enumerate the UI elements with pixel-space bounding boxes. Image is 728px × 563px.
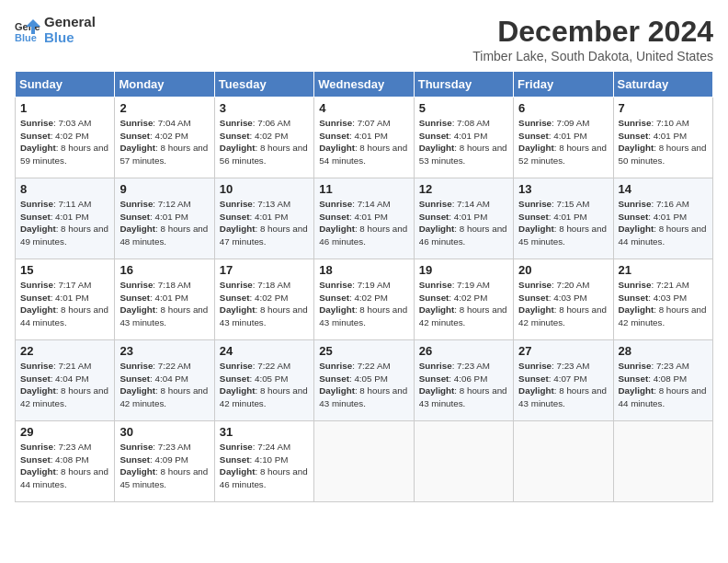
- day-cell: 7Sunrise: 7:10 AMSunset: 4:01 PMDaylight…: [613, 98, 712, 178]
- day-number: 11: [319, 182, 408, 196]
- day-info: Sunrise: 7:23 AMSunset: 4:08 PMDaylight:…: [20, 441, 109, 491]
- day-info: Sunrise: 7:10 AMSunset: 4:01 PMDaylight:…: [619, 117, 708, 167]
- day-info: Sunrise: 7:17 AMSunset: 4:01 PMDaylight:…: [20, 279, 109, 329]
- day-info: Sunrise: 7:07 AMSunset: 4:01 PMDaylight:…: [319, 117, 408, 167]
- day-number: 23: [119, 344, 209, 358]
- day-number: 31: [220, 425, 309, 439]
- day-cell: 30Sunrise: 7:23 AMSunset: 4:09 PMDayligh…: [115, 421, 214, 502]
- day-info: Sunrise: 7:22 AMSunset: 4:04 PMDaylight:…: [119, 360, 209, 410]
- day-cell: 26Sunrise: 7:23 AMSunset: 4:06 PMDayligh…: [414, 340, 513, 421]
- day-cell: 19Sunrise: 7:19 AMSunset: 4:02 PMDayligh…: [414, 259, 513, 340]
- day-of-week-header: Friday: [514, 72, 613, 98]
- day-info: Sunrise: 7:21 AMSunset: 4:03 PMDaylight:…: [619, 279, 708, 329]
- day-cell: 1Sunrise: 7:03 AMSunset: 4:02 PMDaylight…: [16, 98, 115, 178]
- calendar-subtitle: Timber Lake, South Dakota, United States: [472, 49, 713, 63]
- day-number: 20: [518, 263, 608, 277]
- day-cell: 16Sunrise: 7:18 AMSunset: 4:01 PMDayligh…: [115, 259, 214, 340]
- day-info: Sunrise: 7:16 AMSunset: 4:01 PMDaylight:…: [619, 198, 708, 248]
- day-cell: 10Sunrise: 7:13 AMSunset: 4:01 PMDayligh…: [214, 178, 313, 259]
- day-number: 17: [220, 263, 309, 277]
- day-info: Sunrise: 7:18 AMSunset: 4:01 PMDaylight:…: [119, 279, 209, 329]
- day-info: Sunrise: 7:04 AMSunset: 4:02 PMDaylight:…: [119, 117, 209, 167]
- day-number: 19: [419, 263, 508, 277]
- day-number: 27: [518, 344, 608, 358]
- day-number: 2: [119, 101, 209, 115]
- day-number: 26: [419, 344, 508, 358]
- title-area: December 2024 Timber Lake, South Dakota,…: [472, 15, 713, 63]
- day-info: Sunrise: 7:18 AMSunset: 4:02 PMDaylight:…: [220, 279, 309, 329]
- day-info: Sunrise: 7:15 AMSunset: 4:01 PMDaylight:…: [518, 198, 608, 248]
- logo-icon: General Blue: [15, 17, 40, 43]
- day-number: 28: [619, 344, 708, 358]
- day-cell: 11Sunrise: 7:14 AMSunset: 4:01 PMDayligh…: [314, 178, 414, 259]
- day-cell: 8Sunrise: 7:11 AMSunset: 4:01 PMDaylight…: [16, 178, 115, 259]
- calendar-week-row: 15Sunrise: 7:17 AMSunset: 4:01 PMDayligh…: [16, 259, 713, 340]
- logo-line2: Blue: [44, 30, 96, 46]
- day-cell: 4Sunrise: 7:07 AMSunset: 4:01 PMDaylight…: [314, 98, 414, 178]
- day-cell: 17Sunrise: 7:18 AMSunset: 4:02 PMDayligh…: [214, 259, 313, 340]
- empty-day-cell: [314, 421, 414, 502]
- day-info: Sunrise: 7:19 AMSunset: 4:02 PMDaylight:…: [319, 279, 408, 329]
- day-info: Sunrise: 7:12 AMSunset: 4:01 PMDaylight:…: [119, 198, 209, 248]
- day-number: 4: [319, 101, 408, 115]
- day-cell: 22Sunrise: 7:21 AMSunset: 4:04 PMDayligh…: [16, 340, 115, 421]
- day-number: 3: [220, 101, 309, 115]
- calendar-week-row: 8Sunrise: 7:11 AMSunset: 4:01 PMDaylight…: [16, 178, 713, 259]
- day-info: Sunrise: 7:22 AMSunset: 4:05 PMDaylight:…: [319, 360, 408, 410]
- day-cell: 3Sunrise: 7:06 AMSunset: 4:02 PMDaylight…: [214, 98, 313, 178]
- day-cell: 28Sunrise: 7:23 AMSunset: 4:08 PMDayligh…: [613, 340, 712, 421]
- day-info: Sunrise: 7:23 AMSunset: 4:06 PMDaylight:…: [419, 360, 508, 410]
- day-number: 10: [220, 182, 309, 196]
- day-info: Sunrise: 7:22 AMSunset: 4:05 PMDaylight:…: [220, 360, 309, 410]
- day-info: Sunrise: 7:19 AMSunset: 4:02 PMDaylight:…: [419, 279, 508, 329]
- day-info: Sunrise: 7:06 AMSunset: 4:02 PMDaylight:…: [220, 117, 309, 167]
- day-number: 9: [119, 182, 209, 196]
- calendar-week-row: 22Sunrise: 7:21 AMSunset: 4:04 PMDayligh…: [16, 340, 713, 421]
- day-cell: 21Sunrise: 7:21 AMSunset: 4:03 PMDayligh…: [613, 259, 712, 340]
- empty-day-cell: [414, 421, 513, 502]
- day-cell: 18Sunrise: 7:19 AMSunset: 4:02 PMDayligh…: [314, 259, 414, 340]
- day-number: 12: [419, 182, 508, 196]
- page-header: General Blue General Blue December 2024 …: [15, 15, 713, 63]
- day-number: 18: [319, 263, 408, 277]
- day-cell: 13Sunrise: 7:15 AMSunset: 4:01 PMDayligh…: [514, 178, 613, 259]
- calendar-title: December 2024: [472, 15, 713, 49]
- day-cell: 9Sunrise: 7:12 AMSunset: 4:01 PMDaylight…: [115, 178, 214, 259]
- day-cell: 15Sunrise: 7:17 AMSunset: 4:01 PMDayligh…: [16, 259, 115, 340]
- day-cell: 23Sunrise: 7:22 AMSunset: 4:04 PMDayligh…: [115, 340, 214, 421]
- day-of-week-header: Saturday: [613, 72, 712, 98]
- day-info: Sunrise: 7:21 AMSunset: 4:04 PMDaylight:…: [20, 360, 109, 410]
- day-cell: 6Sunrise: 7:09 AMSunset: 4:01 PMDaylight…: [514, 98, 613, 178]
- day-number: 15: [20, 263, 109, 277]
- day-of-week-header: Sunday: [16, 72, 115, 98]
- day-cell: 12Sunrise: 7:14 AMSunset: 4:01 PMDayligh…: [414, 178, 513, 259]
- logo-line1: General: [44, 15, 96, 30]
- day-cell: 14Sunrise: 7:16 AMSunset: 4:01 PMDayligh…: [613, 178, 712, 259]
- day-cell: 20Sunrise: 7:20 AMSunset: 4:03 PMDayligh…: [514, 259, 613, 340]
- day-number: 30: [119, 425, 209, 439]
- day-cell: 31Sunrise: 7:24 AMSunset: 4:10 PMDayligh…: [214, 421, 313, 502]
- day-info: Sunrise: 7:14 AMSunset: 4:01 PMDaylight:…: [419, 198, 508, 248]
- day-cell: 27Sunrise: 7:23 AMSunset: 4:07 PMDayligh…: [514, 340, 613, 421]
- day-number: 1: [20, 101, 109, 115]
- day-cell: 2Sunrise: 7:04 AMSunset: 4:02 PMDaylight…: [115, 98, 214, 178]
- day-info: Sunrise: 7:13 AMSunset: 4:01 PMDaylight:…: [220, 198, 309, 248]
- day-info: Sunrise: 7:23 AMSunset: 4:08 PMDaylight:…: [619, 360, 708, 410]
- day-number: 7: [619, 101, 708, 115]
- day-of-week-header: Monday: [115, 72, 214, 98]
- day-of-week-header: Tuesday: [214, 72, 313, 98]
- day-info: Sunrise: 7:11 AMSunset: 4:01 PMDaylight:…: [20, 198, 109, 248]
- day-cell: 24Sunrise: 7:22 AMSunset: 4:05 PMDayligh…: [214, 340, 313, 421]
- day-info: Sunrise: 7:23 AMSunset: 4:07 PMDaylight:…: [518, 360, 608, 410]
- day-info: Sunrise: 7:03 AMSunset: 4:02 PMDaylight:…: [20, 117, 109, 167]
- day-cell: 29Sunrise: 7:23 AMSunset: 4:08 PMDayligh…: [16, 421, 115, 502]
- day-info: Sunrise: 7:09 AMSunset: 4:01 PMDaylight:…: [518, 117, 608, 167]
- day-number: 6: [518, 101, 608, 115]
- header-row: SundayMondayTuesdayWednesdayThursdayFrid…: [16, 72, 713, 98]
- day-number: 21: [619, 263, 708, 277]
- day-number: 29: [20, 425, 109, 439]
- day-info: Sunrise: 7:14 AMSunset: 4:01 PMDaylight:…: [319, 198, 408, 248]
- empty-day-cell: [613, 421, 712, 502]
- empty-day-cell: [514, 421, 613, 502]
- day-number: 13: [518, 182, 608, 196]
